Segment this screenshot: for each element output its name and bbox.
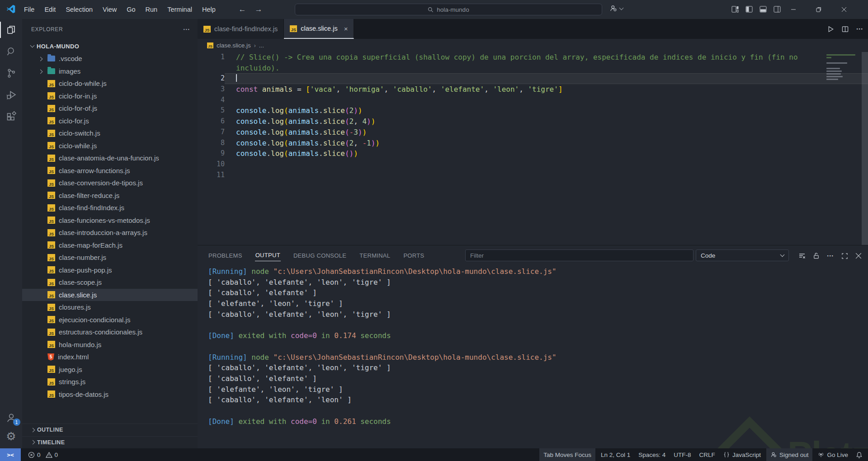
panel-tab-output[interactable]: OUTPUT bbox=[255, 249, 281, 261]
output-filter-input[interactable] bbox=[465, 249, 693, 261]
menu-help[interactable]: Help bbox=[197, 6, 221, 13]
editor-scrollbar[interactable] bbox=[862, 52, 868, 245]
file-row-closures-js[interactable]: JSclosures.js bbox=[22, 301, 198, 314]
status-tab-moves-focus[interactable]: Tab Moves Focus bbox=[539, 448, 595, 461]
toggle-primary-sidebar-icon[interactable] bbox=[745, 6, 753, 13]
back-arrow-icon[interactable]: ← bbox=[236, 4, 249, 15]
menu-file[interactable]: File bbox=[19, 6, 39, 13]
panel-tab-terminal[interactable]: TERMINAL bbox=[359, 250, 391, 261]
file-row-clase-arrow-functions-js[interactable]: JSclase-arrow-functions.js bbox=[22, 165, 198, 177]
remote-indicator[interactable]: >< bbox=[0, 448, 21, 461]
close-tab-icon[interactable]: × bbox=[344, 25, 348, 33]
menu-run[interactable]: Run bbox=[141, 6, 163, 13]
file-row-clase-slice-js[interactable]: JSclase.slice.js bbox=[22, 289, 198, 301]
timeline-section[interactable]: TIMELINE bbox=[22, 436, 198, 449]
status-ln-2-col-1[interactable]: Ln 2, Col 1 bbox=[597, 448, 634, 461]
menu-terminal[interactable]: Terminal bbox=[162, 6, 197, 13]
panel-more-actions-icon[interactable]: ⋯ bbox=[827, 252, 835, 260]
close-panel-icon[interactable] bbox=[855, 253, 862, 259]
panel-tab-debug-console[interactable]: DEBUG CONSOLE bbox=[293, 250, 347, 261]
notifications-bell-icon[interactable] bbox=[852, 452, 868, 458]
split-editor-icon[interactable] bbox=[842, 26, 849, 33]
breadcrumb[interactable]: JS clase.slice.js › ... bbox=[198, 39, 868, 52]
close-window-button[interactable] bbox=[834, 0, 854, 19]
menu-go[interactable]: Go bbox=[122, 6, 140, 13]
command-center-search[interactable]: hola-mundo bbox=[295, 4, 602, 15]
forward-arrow-icon[interactable]: → bbox=[252, 4, 265, 15]
file-row-clase-find-findindex-js[interactable]: JSclase-find-findIndex.js bbox=[22, 202, 198, 214]
explorer-more-actions-icon[interactable]: ⋯ bbox=[183, 25, 191, 33]
restore-button[interactable] bbox=[808, 0, 829, 19]
file-row-clase-filter-reduce-js[interactable]: JSclase-filter-reduce.js bbox=[22, 189, 198, 202]
sidebar-item-run-debug[interactable] bbox=[0, 84, 22, 106]
code-line[interactable]: 7console.log(animals.slice(-3)) bbox=[198, 127, 868, 138]
run-file-icon[interactable] bbox=[827, 26, 834, 33]
customize-layout-icon[interactable] bbox=[731, 6, 739, 13]
accounts-button[interactable]: 1 bbox=[5, 412, 17, 423]
sidebar-item-extensions[interactable] bbox=[0, 106, 22, 127]
sidebar-item-source-control[interactable] bbox=[0, 62, 22, 84]
code-line[interactable]: 10 bbox=[198, 159, 868, 170]
problems-status[interactable]: 0 0 bbox=[21, 452, 58, 458]
file-row-tipos-de-datos-js[interactable]: JStipos-de-datos.js bbox=[22, 388, 198, 401]
file-row-ejecucion-condicional-js[interactable]: JSejecucion-condicional.js bbox=[22, 314, 198, 326]
sidebar-item-explorer[interactable] bbox=[0, 19, 22, 41]
menu-view[interactable]: View bbox=[98, 6, 122, 13]
file-row-index-html[interactable]: 5index.html bbox=[22, 351, 198, 363]
file-row-images[interactable]: images bbox=[22, 65, 198, 78]
file-row-ciclo-for-of-js[interactable]: JSciclo-for-of.js bbox=[22, 102, 198, 115]
code-line[interactable]: 9console.log(animals.slice()) bbox=[198, 148, 868, 159]
file-row-clase-number-js[interactable]: JSclase-number.js bbox=[22, 251, 198, 264]
tab-clase-slice-js[interactable]: JSclase.slice.js× bbox=[284, 19, 354, 39]
settings-gear-button[interactable]: ⚙ bbox=[6, 431, 16, 442]
code-line[interactable]: incluido). bbox=[198, 63, 868, 74]
file-row-clase-introduccion-a-arrays-js[interactable]: JSclase-introduccion-a-arrays.js bbox=[22, 226, 198, 239]
code-line[interactable]: 6console.log(animals.slice(2, 4)) bbox=[198, 116, 868, 127]
lock-icon[interactable] bbox=[813, 252, 820, 259]
file-row-clase-anatomia-de-una-funcion-js[interactable]: JSclase-anatomia-de-una-funcion.js bbox=[22, 152, 198, 165]
tab-clase-find-findindex-js[interactable]: JSclase-find-findIndex.js bbox=[198, 19, 284, 39]
status-go-live[interactable]: Go Live bbox=[814, 448, 852, 461]
status-utf-8[interactable]: UTF-8 bbox=[670, 448, 695, 461]
output-channel-select[interactable]: Code bbox=[696, 249, 789, 261]
minimize-button[interactable] bbox=[783, 0, 804, 19]
status-spaces-4[interactable]: Spaces: 4 bbox=[634, 448, 670, 461]
code-line[interactable]: 4 bbox=[198, 95, 868, 106]
menu-selection[interactable]: Selection bbox=[61, 6, 98, 13]
file-row-ciclo-do-while-js[interactable]: JSciclo-do-while.js bbox=[22, 77, 198, 90]
minimap[interactable] bbox=[826, 54, 858, 81]
file-row-clase-conversion-de-tipos-js[interactable]: JSclase-conversion-de-tipos.js bbox=[22, 177, 198, 189]
code-line[interactable]: 5console.log(animals.slice(2)) bbox=[198, 105, 868, 116]
outline-section[interactable]: OUTLINE bbox=[22, 423, 198, 436]
file-row-clase-map-foreach-js[interactable]: JSclase-map-forEach.js bbox=[22, 239, 198, 252]
status-javascript[interactable]: JavaScript bbox=[719, 448, 765, 461]
code-line[interactable]: 8console.log(animals.slice(2, -1)) bbox=[198, 138, 868, 149]
status-signed-out[interactable]: Signed out bbox=[766, 448, 813, 461]
file-row-ciclo-for-js[interactable]: JSciclo-for.js bbox=[22, 115, 198, 127]
file-row-juego-js[interactable]: JSjuego.js bbox=[22, 363, 198, 376]
code-editor[interactable]: 1// Slice() -> Crea una copia superficia… bbox=[198, 52, 868, 245]
account-menu[interactable] bbox=[609, 5, 623, 12]
maximize-panel-icon[interactable] bbox=[841, 253, 848, 259]
file-row-estructuras-condicionales-js[interactable]: JSestructuras-condicionales.js bbox=[22, 326, 198, 339]
file-row-vscode[interactable]: .vscode bbox=[22, 52, 198, 65]
breadcrumb-file[interactable]: clase.slice.js bbox=[217, 42, 251, 49]
breadcrumb-more[interactable]: ... bbox=[259, 42, 264, 49]
code-line[interactable]: 1// Slice() -> Crea una copia superficia… bbox=[198, 52, 868, 63]
more-actions-icon[interactable]: ⋯ bbox=[856, 25, 864, 33]
code-line[interactable]: 11 bbox=[198, 170, 868, 181]
root-folder-row[interactable]: HOLA-MUNDO bbox=[22, 40, 198, 52]
toggle-panel-icon[interactable] bbox=[760, 6, 767, 13]
file-row-clase-scope-js[interactable]: JSclase-scope.js bbox=[22, 276, 198, 289]
status-crlf[interactable]: CRLF bbox=[695, 448, 719, 461]
file-row-ciclo-switch-js[interactable]: JSciclo-switch.js bbox=[22, 127, 198, 140]
panel-tab-ports[interactable]: PORTS bbox=[403, 250, 425, 261]
sidebar-item-search[interactable] bbox=[0, 41, 22, 62]
panel-tab-problems[interactable]: PROBLEMS bbox=[208, 250, 243, 261]
file-row-hola-mundo-js[interactable]: JShola-mundo.js bbox=[22, 339, 198, 351]
file-row-clase-funciones-vs-metodos-js[interactable]: JSclase-funciones-vs-metodos.js bbox=[22, 214, 198, 227]
file-row-ciclo-while-js[interactable]: JSciclo-while.js bbox=[22, 140, 198, 152]
file-row-ciclo-for-in-js[interactable]: JSciclo-for-in.js bbox=[22, 90, 198, 103]
menu-edit[interactable]: Edit bbox=[39, 6, 61, 13]
toggle-secondary-sidebar-icon[interactable] bbox=[774, 6, 781, 13]
